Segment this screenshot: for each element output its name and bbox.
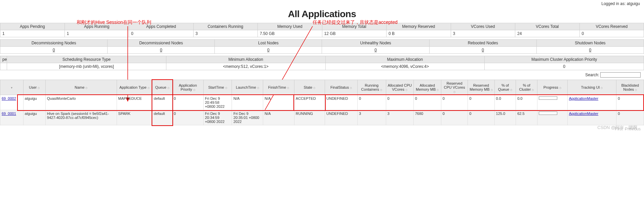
app-track: ApplicationMaster xyxy=(567,95,616,110)
apps-col-header[interactable]: StartTime ◇ xyxy=(203,80,232,95)
metric-value: 0 xyxy=(129,30,194,37)
app-finish: N/A xyxy=(263,95,294,110)
metric-header: VCores Total xyxy=(515,23,580,30)
app-progress xyxy=(537,110,567,125)
apps-col-header[interactable]: Tracking UI ◇ xyxy=(567,80,616,95)
app-mem: 0 xyxy=(413,95,441,110)
apps-col-header[interactable]: Application Type ◇ xyxy=(117,80,152,95)
app-final: UNDEFINED xyxy=(325,110,358,125)
scheduler-metrics: pe Scheduling Resource Type Minimum Allo… xyxy=(0,56,644,70)
pager: First Previous xyxy=(0,125,644,133)
app-final: UNDEFINED xyxy=(325,95,358,110)
trunc-col: pe xyxy=(0,56,7,63)
annot-right: 任务已经提交过来了，且状态是accepted xyxy=(313,19,398,26)
apps-col-header[interactable]: Reserved CPU VCores ◇ xyxy=(441,80,468,95)
metric-header: Decommissioning Nodes xyxy=(0,40,108,47)
table-row: 69_0002atguiguQuasiMonteCarloMAPREDUCEde… xyxy=(0,95,644,110)
app-rmem: 0 xyxy=(468,95,494,110)
nodes-link[interactable]: 0 xyxy=(374,48,377,52)
progress-bar xyxy=(539,112,557,115)
app-queue: default xyxy=(152,110,172,125)
metric-header: VCores Used xyxy=(451,23,515,30)
apps-col-header[interactable]: % of Queue ◇ xyxy=(494,80,516,95)
metric-header: Unhealthy Nodes xyxy=(322,40,429,47)
app-rcpu: 0 xyxy=(441,95,468,110)
app-user: atguigu xyxy=(23,95,45,110)
app-rmem: 0 xyxy=(468,110,494,125)
nodes-link[interactable]: 0 xyxy=(53,48,55,52)
metric-value: 0 B xyxy=(387,30,451,37)
app-id: 69_0001 xyxy=(0,110,24,125)
app-pc: 62.5 xyxy=(516,110,537,125)
app-id-link[interactable]: 69_0002 xyxy=(2,96,16,100)
app-launch: Fri Dec 9 20:35:01 +0800 2022 xyxy=(232,110,263,125)
app-cpu: 0 xyxy=(386,95,413,110)
app-rc: 3 xyxy=(357,110,386,125)
apps-col-header[interactable]: Application Priority ◇ xyxy=(172,80,204,95)
login-info: Logged in as: atguigu xyxy=(0,0,644,7)
app-id: 69_0002 xyxy=(0,95,24,110)
apps-col-header[interactable]: Progress ◇ xyxy=(537,80,567,95)
apps-col-header[interactable]: FinishTime ◇ xyxy=(263,80,294,95)
app-pq: 0.0 xyxy=(494,95,516,110)
apps-col-header[interactable]: Allocated CPU VCores ◇ xyxy=(386,80,413,95)
apps-col-header[interactable]: Blacklisted Nodes ◇ xyxy=(616,80,644,95)
metric-value: 1 xyxy=(65,30,129,37)
apps-col-header[interactable]: LaunchTime ◇ xyxy=(232,80,263,95)
cluster-metrics-2: Decommissioning NodesDecommissioned Node… xyxy=(0,39,644,54)
search-bar: Search: xyxy=(0,70,644,80)
metric-value: 0 xyxy=(215,47,322,54)
metric-header: Lost Nodes xyxy=(215,40,322,47)
metric-value: 0 xyxy=(429,47,536,54)
metric-value: 0 xyxy=(579,30,644,37)
app-queue: default xyxy=(152,95,172,110)
metric-header: Decommissioned Nodes xyxy=(108,40,215,47)
apps-col-header[interactable]: % of Cluster ◇ xyxy=(516,80,537,95)
metric-value: 12 GB xyxy=(322,30,387,37)
metric-value: 3 xyxy=(451,30,515,37)
app-type: MAPREDUCE xyxy=(117,95,152,110)
app-bl: 0 xyxy=(616,95,644,110)
app-launch: N/A xyxy=(232,95,263,110)
metric-value: 24 xyxy=(515,30,580,37)
app-track-link[interactable]: ApplicationMaster xyxy=(569,112,598,116)
apps-col-header[interactable]: Reserved Memory MB ◇ xyxy=(468,80,494,95)
nodes-link[interactable]: 0 xyxy=(589,48,592,52)
metric-value: 1 xyxy=(0,30,65,37)
search-input[interactable] xyxy=(600,72,641,78)
apps-col-header[interactable]: State ◇ xyxy=(294,80,325,95)
app-state: RUNNING xyxy=(294,110,325,125)
apps-col-header[interactable]: User ◇ xyxy=(23,80,45,95)
app-name: Hive on Spark (sessionId = 9e5f2a41-9427… xyxy=(45,110,117,125)
app-bl: 0 xyxy=(616,110,644,125)
app-state: ACCEPTED xyxy=(294,95,325,110)
metric-header: Apps Pending xyxy=(0,23,65,30)
nodes-link[interactable]: 0 xyxy=(267,48,270,52)
app-track-link[interactable]: ApplicationMaster xyxy=(569,96,598,100)
apps-col-header[interactable]: Queue ◇ xyxy=(152,80,172,95)
apps-col-header[interactable]: ▼ xyxy=(0,80,24,95)
app-progress xyxy=(537,95,567,110)
metric-value: 7.50 GB xyxy=(258,30,322,37)
app-priority: 0 xyxy=(172,95,204,110)
app-user: atguigu xyxy=(23,110,45,125)
annot-left: 和刚才的Hive Session在同一个队列 xyxy=(77,19,151,26)
app-start: Fri Dec 9 20:34:59 +0800 2022 xyxy=(203,110,232,125)
metric-value: 0 xyxy=(322,47,429,54)
metric-value: 0 xyxy=(536,47,644,54)
apps-col-header[interactable]: Allocated Memory MB ◇ xyxy=(413,80,441,95)
nodes-link[interactable]: 0 xyxy=(160,48,162,52)
app-rc: 0 xyxy=(357,95,386,110)
apps-col-header[interactable]: Name ◇ xyxy=(45,80,117,95)
app-id-link[interactable]: 69_0001 xyxy=(2,112,16,116)
metric-value: 0 xyxy=(108,47,215,54)
app-finish: N/A xyxy=(263,110,294,125)
nodes-link[interactable]: 0 xyxy=(482,48,484,52)
progress-bar xyxy=(539,96,557,100)
app-rcpu: 0 xyxy=(441,110,468,125)
watermark: CSDN @阿年、嗯啊 xyxy=(597,125,637,131)
apps-col-header[interactable]: Running Containers ◇ xyxy=(357,80,386,95)
app-type: SPARK xyxy=(117,110,152,125)
apps-col-header[interactable]: FinalStatus ◇ xyxy=(325,80,358,95)
app-mem: 7680 xyxy=(413,110,441,125)
